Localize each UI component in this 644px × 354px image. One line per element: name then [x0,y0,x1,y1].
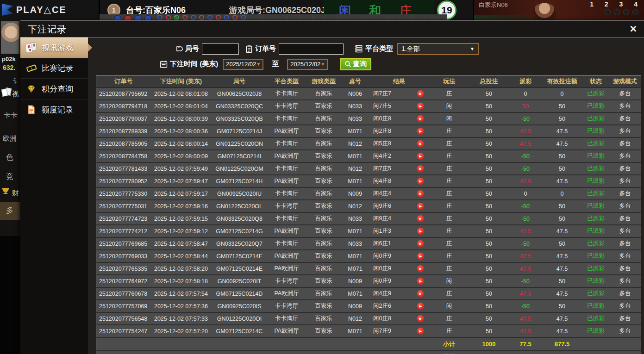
cell-game-mode: 多台 [609,150,641,162]
cell-game-mode: 多台 [609,250,641,262]
cell-total-bet: 50 [469,100,509,112]
cell-payout: 47.5 [509,250,542,262]
play-icon[interactable]: ▶ [417,90,424,97]
play-icon[interactable]: ▶ [417,290,424,297]
play-icon[interactable]: ▶ [417,265,424,272]
play-icon[interactable]: ▶ [417,128,424,135]
to-label: 至 [272,60,279,68]
cell-result: 闲7庄5 [369,100,411,112]
tab-video-games[interactable]: 9 K♥ 视讯游戏 [20,37,88,58]
tab-label: 比赛记录 [42,63,73,74]
summary-total-bet: 1150 [469,351,509,354]
cell-total-bet: 50 [469,213,509,224]
betting-records-modal: 下注记录 × 9 K♥ 视讯游戏 [20,20,644,354]
cell-result: 闲7庄5 [369,163,411,174]
play-icon[interactable]: ▶ [417,203,424,210]
partial-menu-text: 多 [0,202,20,220]
cell-table-number: M071 [342,150,369,162]
play-icon[interactable]: ▶ [417,240,424,247]
cell-platform: 卡卡湾厅 [268,275,306,287]
date-from-picker[interactable]: 2025/12/02 ▼ [223,59,263,70]
close-icon[interactable]: × [630,22,637,36]
cell-table-number: M071 [342,250,369,262]
play-icon[interactable]: ▶ [417,103,424,110]
play-icon[interactable]: ▶ [417,215,424,222]
cell-payout: 47.5 [509,175,542,187]
cell-result: 闲5庄8 [369,138,411,149]
cell-bet-time: 2025-12-02 08:01:08 [151,88,211,99]
cell-payout: -50 [509,213,542,224]
column-header: 桌号 [342,76,369,87]
cell-total-bet: 50 [469,225,509,237]
cell-platform: 卡卡湾厅 [268,313,306,324]
play-icon[interactable]: ▶ [417,153,424,160]
cell-replay: ▶ [411,288,430,299]
column-header: 游戏模式 [609,76,641,87]
cell-order-number: 251202077774212 [96,225,151,237]
play-icon[interactable]: ▶ [417,178,424,185]
cell-replay: ▶ [411,213,430,224]
round-number-input[interactable] [202,43,239,55]
play-icon[interactable]: ▶ [417,328,424,335]
cell-result: 闲9庄4 [369,213,411,224]
search-button[interactable]: 查询 [340,58,371,70]
play-icon[interactable]: ▶ [417,278,424,285]
cell-total-bet: 50 [469,200,509,212]
cell-result: 闲4庄9 [369,288,411,299]
table-row: 2512020777696852025-12-02 07:58:47GN0332… [96,238,641,250]
cell-replay: ▶ [411,300,430,312]
chevron-down-icon: ▼ [256,62,261,67]
tab-match-records[interactable]: 比赛记录 [20,58,88,79]
play-icon[interactable]: ▶ [417,165,424,172]
play-icon[interactable]: ▶ [417,315,424,322]
cell-round-number: GN03325C020QC [211,100,268,112]
cell-replay: ▶ [411,150,430,162]
partial-menu-text: 竞 [6,172,13,182]
cell-game-mode: 多台 [609,275,641,287]
cell-replay: ▶ [411,250,430,262]
cell-platform: 卡卡湾厅 [268,100,306,112]
cell-total-bet: 50 [469,275,509,287]
cell-game-type: 百家乐 [306,238,342,249]
tab-credit-records[interactable]: 额度记录 [20,99,88,120]
summary-payout: 27.5 [509,351,542,354]
background-side-menu: p02k 632. 讠 视 卡卡 欧洲 色 竞 财 多 [0,20,20,236]
play-icon[interactable]: ▶ [417,115,424,122]
cell-status: 已派彩 [582,213,609,224]
table-row: 2512020777570692025-12-02 07:57:36GN0092… [96,300,641,313]
cell-game-type: 百家乐 [306,150,342,162]
column-header: 状态 [582,76,609,87]
cell-payout: 47.5 [509,288,542,299]
cell-status: 已派彩 [582,225,609,237]
date-to-picker[interactable]: 2025/12/02 ▼ [287,59,328,70]
play-icon[interactable]: ▶ [417,303,424,310]
cell-valid-bet: 0 [542,188,582,199]
partial-menu-text: 色 [6,153,13,162]
play-icon[interactable]: ▶ [417,190,424,197]
cell-play-type: 闲 [430,300,469,312]
summary-total-bet: 1000 [469,338,509,350]
table-row: 2512020877859052025-12-02 08:00:14GN0122… [96,138,641,150]
cell-bet-time: 2025-12-02 08:00:09 [151,150,211,162]
cell-bet-time: 2025-12-02 07:57:20 [151,325,211,337]
cell-game-type: 百家乐 [306,213,342,224]
playing-cards-icon: 9 K♥ [25,42,38,53]
bead-road-dot [216,15,221,20]
play-icon[interactable]: ▶ [417,140,424,147]
order-number-input[interactable] [279,43,344,55]
platform-type-select[interactable]: 1.全部 ▼ [397,43,479,55]
play-icon[interactable]: ▶ [417,253,424,260]
cell-valid-bet: 0 [542,88,582,99]
table-row: 2512020777814332025-12-02 07:59:49GN0122… [96,163,641,175]
cell-result: 闲0庄8 [369,113,411,124]
cell-game-type: 百家乐 [306,325,342,337]
cell-platform: 卡卡湾厅 [268,138,306,149]
cell-table-number: M071 [342,263,369,274]
partial-menu-text: 讠 [13,77,20,86]
cell-table-number: M071 [342,325,369,337]
cell-table-number: M071 [342,225,369,237]
tab-points-inquiry[interactable]: 积分查询 [20,79,88,99]
cell-game-mode: 多台 [609,138,641,149]
cell-payout: -50 [509,200,542,212]
play-icon[interactable]: ▶ [417,228,424,235]
